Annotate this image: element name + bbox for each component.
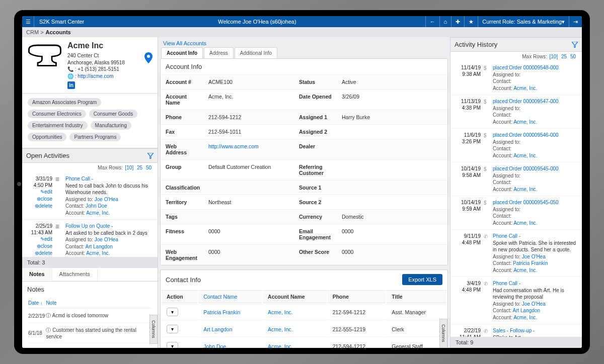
- account-website-link[interactable]: http://acme.com: [78, 73, 113, 79]
- activity-title[interactable]: Phone Call -: [65, 176, 93, 181]
- breadcrumb: CRM > Accounts: [22, 27, 582, 37]
- history-maxrows: Max Rows: [10] 25 50: [450, 52, 582, 61]
- history-title[interactable]: placed:Order 000009545-050: [493, 200, 559, 205]
- contact-col-name[interactable]: Contact Name: [198, 290, 262, 303]
- back-icon[interactable]: ←: [425, 16, 439, 27]
- phone-icon: ✆: [484, 233, 490, 274]
- tag-pill[interactable]: Manufacturing: [91, 121, 131, 130]
- open-activities-list: 3/31/194:50 PM✎edit⊕close⊕delete ≣ Phone…: [22, 172, 158, 257]
- activity-history-list: 11/14/199:38 AM $ placed:Order 000009548…: [450, 61, 582, 337]
- top-navbar: ☰ S2K Smart Center Welcome Joe O'Hea (s6…: [22, 16, 582, 27]
- tag-pill[interactable]: Partners Programs: [69, 133, 121, 141]
- phone-icon: ✆: [484, 280, 490, 321]
- account-name: Acme Inc: [67, 41, 125, 50]
- tag-pill[interactable]: Consumer Electronics: [28, 110, 86, 118]
- history-item: 9/11/194:48 PM ✆ Phone Call -Spoke with …: [450, 230, 582, 277]
- history-title[interactable]: placed:Order 000009547-000: [493, 99, 559, 104]
- linkedin-icon[interactable]: in: [67, 81, 75, 89]
- open-activities-header: Open Activities: [22, 148, 158, 163]
- contact-row: ▾John DoeAcme, Inc.212-594-1212General S…: [162, 338, 446, 348]
- home-icon[interactable]: ⌂: [439, 16, 451, 27]
- activity-op[interactable]: ✎edit: [26, 189, 52, 196]
- phone-icon: ✆: [484, 327, 490, 337]
- history-item: 11/6/193:26 PM $ placed:Order 000009546-…: [450, 129, 582, 162]
- contact-row: ▾Art LangdonAcme, Inc.212-555-1219Clerk: [162, 321, 446, 337]
- contact-link[interactable]: Art Langdon: [203, 326, 232, 332]
- app-title: S2K Smart Center: [34, 19, 89, 25]
- activity-op[interactable]: ⊕close: [26, 243, 52, 250]
- activity-title[interactable]: Follow Up on Quote -: [65, 223, 113, 229]
- activity-op[interactable]: ⊕close: [26, 196, 52, 203]
- history-item: 11/14/199:38 AM $ placed:Order 000009548…: [450, 61, 582, 95]
- add-icon[interactable]: ✚: [451, 16, 464, 27]
- tag-pill[interactable]: Entertainment Industry: [28, 121, 88, 130]
- tag-pill[interactable]: Opportunities: [28, 133, 66, 141]
- history-item: 3/4/194:48 PM ✆ Phone Call -Had conversa…: [450, 277, 582, 324]
- activity-op[interactable]: ⊕delete: [26, 203, 52, 210]
- tab-address[interactable]: Address: [204, 47, 234, 58]
- row-action-button[interactable]: ▾: [167, 342, 178, 348]
- view-all-accounts-link[interactable]: View All Accounts: [163, 40, 206, 46]
- notes-col-note[interactable]: Note: [46, 298, 152, 308]
- contact-info-title: Contact Info: [166, 276, 201, 284]
- list-icon: ≣: [55, 175, 62, 216]
- history-title[interactable]: placed:Order 000009545-000: [493, 166, 559, 171]
- history-title[interactable]: Phone Call -: [493, 281, 520, 286]
- history-item: 11/13/194:38 PM $ placed:Order 000009547…: [450, 95, 582, 129]
- list-icon: ≣: [55, 223, 62, 257]
- map-pin-icon[interactable]: [144, 52, 153, 63]
- history-title[interactable]: placed:Order 000009546-000: [493, 132, 559, 138]
- history-item: 10/14/199:58 AM $ placed:Order 000009545…: [450, 162, 582, 196]
- $-icon: $: [484, 199, 490, 226]
- history-title[interactable]: Phone Call -: [493, 233, 520, 239]
- columns-toggle[interactable]: Columns: [149, 315, 158, 344]
- tab-notes[interactable]: Notes: [22, 268, 52, 281]
- star-icon[interactable]: ★: [464, 16, 478, 27]
- row-action-button[interactable]: ▾: [167, 325, 178, 333]
- open-activities-total: Total: 3: [22, 257, 158, 268]
- history-total: Total: 9: [450, 337, 582, 348]
- activity-history-header: Activity History: [450, 37, 582, 52]
- account-info-title: Account Info: [161, 59, 447, 74]
- notes-title: Notes: [27, 286, 153, 293]
- web-address-link[interactable]: http://www.acme.com: [208, 143, 259, 149]
- history-item: 2/22/1911:41 AM ✆ Sales - Follow-up -SPo…: [450, 324, 582, 337]
- account-header: Acme Inc 240 Center Ct Anchorage, Alaska…: [22, 37, 158, 94]
- contact-link[interactable]: Patricia Frankin: [203, 309, 240, 315]
- filter-icon[interactable]: [147, 153, 154, 159]
- activity-item: 3/31/194:50 PM✎edit⊕close⊕delete ≣ Phone…: [22, 172, 158, 220]
- hamburger-icon[interactable]: ☰: [22, 16, 34, 27]
- welcome-text: Welcome Joe O'Hea (s60johea): [89, 19, 425, 25]
- open-activities-maxrows: Max Rows: [10] 25 50: [22, 163, 158, 172]
- tab-account-info[interactable]: Account Info: [161, 47, 203, 58]
- activity-op[interactable]: ✎edit: [26, 236, 52, 243]
- logout-icon[interactable]: ⇥: [569, 16, 582, 27]
- account-address-1: 240 Center Ct: [67, 52, 125, 59]
- role-dropdown[interactable]: Current Role: Sales & Marketing ▾: [478, 16, 569, 27]
- tag-pill[interactable]: Consumer Goods: [89, 110, 137, 118]
- breadcrumb-root[interactable]: CRM: [26, 29, 39, 35]
- $-icon: $: [484, 132, 490, 159]
- row-action-button[interactable]: ▾: [167, 308, 178, 316]
- tag-pill[interactable]: Amazon Associates Program: [28, 98, 101, 107]
- filter-icon[interactable]: [572, 42, 578, 48]
- export-xls-button[interactable]: Export XLS: [402, 274, 442, 285]
- contact-link[interactable]: John Doe: [203, 343, 226, 348]
- contact-row: ▾Patricia FrankinAcme, Inc.212-594-1212A…: [162, 304, 446, 320]
- tab-additional-info[interactable]: Additional Info: [235, 47, 277, 58]
- notes-col-date[interactable]: Date ↓: [28, 298, 45, 308]
- breadcrumb-current: Accounts: [46, 29, 71, 35]
- history-title[interactable]: placed:Order 000009548-000: [493, 65, 559, 70]
- columns-toggle[interactable]: Columns: [439, 319, 447, 348]
- history-title[interactable]: Sales - Follow-up -: [493, 328, 535, 333]
- $-icon: $: [484, 98, 490, 125]
- tab-attachments[interactable]: Attachments: [52, 268, 98, 281]
- account-phone: 📞 : +1 (513) 281-5151: [67, 66, 125, 73]
- $-icon: $: [484, 64, 490, 92]
- account-logo: [27, 41, 62, 70]
- $-icon: $: [484, 165, 490, 193]
- activity-item: 2/25/1911:43 AM✎edit⊕close⊕delete ≣ Foll…: [22, 220, 158, 257]
- account-address-2: Anchorage, Alaska 99518: [67, 59, 125, 66]
- activity-op[interactable]: ⊕delete: [26, 250, 52, 257]
- account-tags: Amazon Associates ProgramConsumer Electr…: [22, 94, 158, 148]
